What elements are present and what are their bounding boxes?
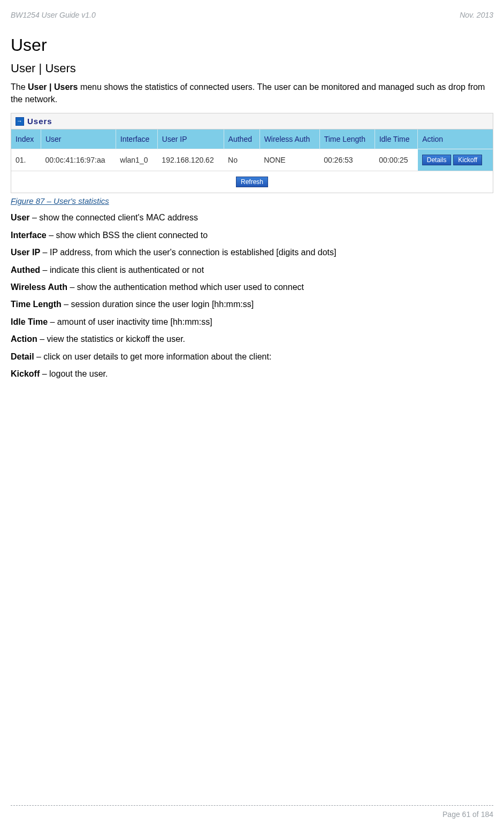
def-kickoff: Kickoff – logout the user.	[11, 368, 493, 380]
cell-interface: wlan1_0	[116, 149, 157, 171]
cell-timelength: 00:26:53	[319, 149, 375, 171]
def-detail: Detail – click on user details to get mo…	[11, 351, 493, 363]
def-action: Action – view the statistics or kickoff …	[11, 333, 493, 345]
cell-idletime: 00:00:25	[375, 149, 418, 171]
users-table: Index User Interface User IP Authed Wire…	[11, 129, 493, 193]
def-idletime: Idle Time – amount of user inactivity ti…	[11, 316, 493, 328]
refresh-row: Refresh	[11, 171, 493, 193]
table-row: 01. 00:0c:41:16:97:aa wlan1_0 192.168.12…	[11, 149, 493, 171]
intro-text: The User | Users menu shows the statisti…	[11, 81, 493, 105]
def-authed: Authed – indicate this client is authent…	[11, 264, 493, 276]
table-header-row: Index User Interface User IP Authed Wire…	[11, 129, 493, 149]
col-wirelessauth: Wireless Auth	[259, 129, 319, 149]
section-title: User | Users	[11, 62, 493, 75]
col-action: Action	[418, 129, 493, 149]
def-interface: Interface – show which BSS the client co…	[11, 230, 493, 241]
def-userip: User IP – IP address, from which the use…	[11, 247, 493, 258]
cell-authed: No	[224, 149, 259, 171]
kickoff-button[interactable]: Kickoff	[453, 155, 482, 165]
col-userip: User IP	[157, 129, 224, 149]
footer-divider	[11, 805, 493, 806]
col-authed: Authed	[224, 129, 259, 149]
arrow-right-icon: →	[16, 117, 24, 126]
cell-wirelessauth: NONE	[259, 149, 319, 171]
panel-title-text: Users	[27, 117, 52, 126]
doc-date: Nov. 2013	[460, 11, 493, 19]
doc-title: BW1254 User Guide v1.0	[11, 11, 96, 19]
refresh-button[interactable]: Refresh	[236, 177, 268, 187]
def-wirelessauth: Wireless Auth – show the authentication …	[11, 281, 493, 293]
col-idletime: Idle Time	[375, 129, 418, 149]
figure-caption: Figure 87 – User's statistics	[11, 196, 493, 205]
doc-header: BW1254 User Guide v1.0 Nov. 2013	[11, 11, 493, 19]
col-interface: Interface	[116, 129, 157, 149]
cell-action: Details Kickoff	[418, 149, 493, 171]
col-timelength: Time Length	[319, 129, 375, 149]
page-title: User	[11, 35, 493, 55]
cell-user: 00:0c:41:16:97:aa	[41, 149, 116, 171]
cell-index: 01.	[11, 149, 41, 171]
page-number: Page 61 of 184	[442, 810, 493, 819]
col-index: Index	[11, 129, 41, 149]
col-user: User	[41, 129, 116, 149]
cell-userip: 192.168.120.62	[157, 149, 224, 171]
def-user: User – show the connected client's MAC a…	[11, 212, 493, 224]
users-panel: → Users Index User Interface User IP Aut…	[11, 113, 493, 193]
def-timelength: Time Length – session duration since the…	[11, 299, 493, 310]
details-button[interactable]: Details	[422, 155, 452, 165]
panel-title-bar: → Users	[11, 113, 493, 129]
